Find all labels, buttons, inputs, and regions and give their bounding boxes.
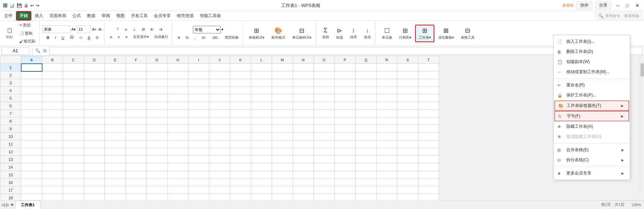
cell-d16[interactable]	[84, 179, 105, 186]
cell-m13[interactable]	[272, 156, 293, 163]
cell-c16[interactable]	[63, 179, 84, 186]
cell-l16[interactable]	[251, 179, 272, 186]
cell-d3[interactable]	[84, 79, 105, 87]
cell-h8[interactable]	[168, 117, 188, 125]
menu-view[interactable]: 视图	[114, 12, 127, 20]
col-header-i[interactable]: I	[188, 56, 209, 64]
cell-e5[interactable]	[105, 94, 126, 102]
cell-o6[interactable]	[314, 102, 335, 110]
cell-o1[interactable]	[314, 64, 335, 71]
share-button[interactable]: 分享	[595, 1, 611, 9]
cut-button[interactable]: ✂ 剪切	[17, 22, 38, 29]
cell-c6[interactable]	[63, 102, 84, 110]
cell-b18[interactable]	[42, 194, 63, 201]
cell-f8[interactable]	[126, 117, 147, 125]
table-tool-button[interactable]: ⊟ 表格工具	[458, 25, 478, 42]
cell-k3[interactable]	[230, 79, 251, 87]
dropdown-merge-table[interactable]: ⊞ 合并表格(E) ▶	[554, 145, 630, 155]
cell-l8[interactable]	[251, 117, 272, 125]
cell-d15[interactable]	[84, 171, 105, 179]
zoom-icon[interactable]: 🔍	[35, 48, 40, 53]
type-convert-button[interactable]: 类型转换	[222, 34, 241, 41]
cell-j18[interactable]	[209, 194, 230, 201]
cell-m18[interactable]	[272, 194, 293, 201]
cell-l3[interactable]	[251, 79, 272, 87]
font-name-input[interactable]	[42, 25, 70, 33]
cell-c2[interactable]	[63, 71, 84, 79]
cell-f13[interactable]	[126, 156, 147, 163]
cell-k11[interactable]	[230, 140, 251, 148]
cell-reference-input[interactable]	[1, 47, 29, 55]
cell-c5[interactable]	[63, 94, 84, 102]
cell-i18[interactable]	[188, 194, 209, 201]
cell-m15[interactable]	[272, 171, 293, 179]
cell-m16[interactable]	[272, 179, 293, 186]
cell-q6[interactable]	[356, 102, 377, 110]
col-header-b[interactable]: B	[42, 56, 63, 64]
cell-r9[interactable]	[377, 125, 397, 133]
cell-r6[interactable]	[377, 102, 397, 110]
cell-h5[interactable]	[168, 94, 188, 102]
cell-a18[interactable]	[21, 194, 42, 201]
font-size-down-icon[interactable]: A▾	[71, 27, 76, 32]
cell-n11[interactable]	[293, 140, 314, 148]
cell-n14[interactable]	[293, 163, 314, 171]
font-increase-icon[interactable]: A+	[92, 27, 98, 32]
cell-i8[interactable]	[188, 117, 209, 125]
dropdown-font-size[interactable]: A 字号(F) ▶	[554, 111, 629, 121]
cell-style-button[interactable]: ⊟ 单元格样式▾	[289, 25, 315, 42]
cell-s11[interactable]	[397, 140, 418, 148]
toolbar-quick-undo[interactable]: ↩	[30, 3, 34, 8]
cell-g4[interactable]	[147, 87, 168, 94]
menu-page-layout[interactable]: 页面布局	[47, 12, 69, 20]
cell-r1[interactable]	[377, 64, 397, 71]
cell-p1[interactable]	[335, 64, 356, 71]
cell-j17[interactable]	[209, 186, 230, 194]
collab-button[interactable]: 协作	[576, 1, 592, 9]
menu-daoke[interactable]: 稻壳资源	[174, 12, 196, 20]
cell-j2[interactable]	[209, 71, 230, 79]
cell-f18[interactable]	[126, 194, 147, 201]
cell-r13[interactable]	[377, 156, 397, 163]
cell-i15[interactable]	[188, 171, 209, 179]
cell-d7[interactable]	[84, 110, 105, 117]
cell-h6[interactable]	[168, 102, 188, 110]
currency-button[interactable]: ¥	[175, 34, 182, 41]
cell-b17[interactable]	[42, 186, 63, 194]
cell-n10[interactable]	[293, 133, 314, 140]
cell-k14[interactable]	[230, 163, 251, 171]
cell-p3[interactable]	[335, 79, 356, 87]
cell-r8[interactable]	[377, 117, 397, 125]
cell-n4[interactable]	[293, 87, 314, 94]
cell-j7[interactable]	[209, 110, 230, 117]
cell-p12[interactable]	[335, 148, 356, 156]
cell-l9[interactable]	[251, 125, 272, 133]
cell-d2[interactable]	[84, 71, 105, 79]
cell-b11[interactable]	[42, 140, 63, 148]
filter-button[interactable]: ⊳ 筛选	[333, 25, 346, 42]
cell-f9[interactable]	[126, 125, 147, 133]
cell-a1[interactable]	[21, 64, 42, 71]
cell-n8[interactable]	[293, 117, 314, 125]
cell-r4[interactable]	[377, 87, 397, 94]
cell-n13[interactable]	[293, 156, 314, 163]
cell-f3[interactable]	[126, 79, 147, 87]
cell-e6[interactable]	[105, 102, 126, 110]
col-header-a[interactable]: A	[21, 56, 42, 64]
cell-s7[interactable]	[397, 110, 418, 117]
cell-r10[interactable]	[377, 133, 397, 140]
border-button[interactable]: 田	[68, 34, 76, 41]
col-header-d[interactable]: D	[84, 56, 105, 64]
dropdown-more-member[interactable]: ★ 更多会员专享 ▶	[554, 168, 630, 178]
cell-i14[interactable]	[188, 163, 209, 171]
cell-e7[interactable]	[105, 110, 126, 117]
cell-h14[interactable]	[168, 163, 188, 171]
col-header-c[interactable]: C	[63, 56, 84, 64]
cell-d1[interactable]	[84, 64, 105, 71]
cell-d11[interactable]	[84, 140, 105, 148]
freeze-button[interactable]: ⊠ 冻结窗格▾	[435, 25, 457, 42]
cell-q4[interactable]	[356, 87, 377, 94]
cell-t10[interactable]	[418, 133, 439, 140]
italic-button[interactable]: I	[53, 34, 59, 41]
cell-q10[interactable]	[356, 133, 377, 140]
